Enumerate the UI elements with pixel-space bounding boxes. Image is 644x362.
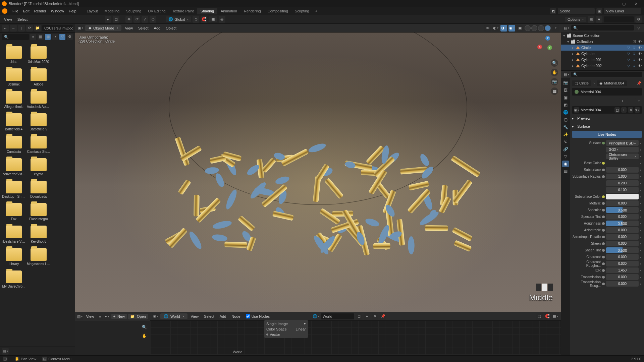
prop-value[interactable]: 0.000 bbox=[606, 214, 639, 220]
prop-value[interactable]: 0.000 bbox=[606, 274, 639, 280]
pivot-icon[interactable]: ⊙ bbox=[193, 16, 199, 23]
img-menu-view[interactable]: View bbox=[84, 314, 96, 318]
image-canvas[interactable]: 🔍 ✋ bbox=[75, 321, 150, 355]
visibility-icon[interactable]: 👁 bbox=[638, 58, 643, 62]
outliner-item[interactable]: ▸Circle▽▽👁 bbox=[561, 45, 644, 51]
node-menu-view[interactable]: View bbox=[189, 314, 201, 318]
node-backdrop-icon[interactable]: ▢ bbox=[536, 313, 543, 320]
folder-item[interactable]: crypto bbox=[27, 156, 50, 176]
scale-gizmo-icon[interactable]: ⤢ bbox=[142, 16, 148, 23]
tab-mesh-icon[interactable]: ▽ bbox=[562, 153, 569, 160]
node-shader-type[interactable]: 🌐 World bbox=[160, 313, 187, 319]
color-swatch[interactable] bbox=[606, 160, 639, 166]
tab-particle-icon[interactable]: ✨ bbox=[562, 131, 569, 138]
modifier-icon[interactable]: ▽ bbox=[627, 52, 631, 56]
overlay-opts-icon[interactable]: ◉ bbox=[508, 25, 515, 32]
tab-render-icon[interactable]: 📷 bbox=[562, 79, 569, 86]
view-list-icon[interactable]: ≡ bbox=[30, 34, 36, 40]
material-dot-icon[interactable]: ▽ bbox=[633, 46, 637, 50]
mat-unlink-icon[interactable]: ✕ bbox=[628, 107, 633, 113]
use-nodes-button[interactable]: Use Nodes bbox=[572, 131, 642, 138]
gizmo-dropdown-icon[interactable]: ◐ bbox=[492, 25, 499, 32]
material-slot[interactable]: Material.004 bbox=[572, 88, 642, 96]
node-menu-node[interactable]: Node bbox=[229, 314, 242, 318]
folder-item[interactable]: Battlefield V bbox=[27, 111, 50, 131]
material-dot-icon[interactable]: ▽ bbox=[633, 52, 637, 56]
node-socket-vector[interactable]: Vector bbox=[265, 332, 307, 337]
folder-item[interactable]: 3ds Max 2020 bbox=[27, 44, 50, 64]
nav-forward-icon[interactable]: → bbox=[10, 25, 17, 32]
pan-icon[interactable]: ✋ bbox=[551, 69, 558, 76]
view-grid-icon[interactable]: ▦ bbox=[45, 34, 51, 40]
mat-copy-icon[interactable]: + bbox=[621, 107, 627, 113]
gizmo-y-icon[interactable]: Y bbox=[547, 45, 552, 50]
toolhdr-select[interactable]: Select bbox=[15, 17, 30, 21]
folder-item[interactable]: 3dsmax bbox=[2, 66, 25, 86]
shade-wireframe-icon[interactable] bbox=[525, 25, 531, 31]
node-option-single[interactable]: Single Image▾ bbox=[265, 321, 307, 326]
slot-remove-icon[interactable]: − bbox=[627, 98, 634, 104]
prop-value[interactable]: 1.000 bbox=[606, 174, 639, 179]
mode-dropdown[interactable]: ◆ Object Mode bbox=[85, 25, 121, 31]
snap-toggle[interactable]: 🧲 bbox=[201, 16, 207, 23]
props-editor-type[interactable]: ▤ bbox=[563, 71, 570, 78]
menu-help[interactable]: Help bbox=[66, 9, 79, 13]
nav-newfolder-icon[interactable]: 📁 bbox=[34, 25, 41, 32]
workspace-tab-scripting[interactable]: Scripting bbox=[291, 8, 313, 14]
folder-item[interactable]: convertedVid... bbox=[2, 156, 25, 176]
visibility-icon[interactable]: 👁 bbox=[638, 70, 643, 70]
vp-menu-select[interactable]: Select bbox=[136, 26, 151, 30]
breadcrumb-object[interactable]: ▢ Circle bbox=[572, 80, 591, 86]
filter-toggle-icon[interactable]: ⚙ bbox=[635, 16, 642, 23]
orientation-dropdown[interactable]: 🌐 Global bbox=[166, 16, 191, 22]
rotate-gizmo-icon[interactable]: ⟳ bbox=[133, 16, 140, 23]
gizmo-z-icon[interactable]: Z bbox=[545, 36, 550, 41]
world-new-icon[interactable]: + bbox=[364, 313, 370, 320]
workspace-tab-texture-paint[interactable]: Texture Paint bbox=[169, 8, 197, 14]
folder-item[interactable]: Battlefield 4 bbox=[2, 111, 25, 131]
nav-gizmo[interactable]: X Y Z bbox=[537, 35, 557, 55]
editor-type-3dview[interactable]: ▣ bbox=[77, 25, 84, 32]
folder-item[interactable]: KeyShot 6 bbox=[27, 224, 50, 243]
workspace-tab-modeling[interactable]: Modeling bbox=[101, 8, 123, 14]
file-search-input[interactable] bbox=[2, 34, 29, 40]
zoom-icon[interactable]: 🔍 bbox=[551, 59, 558, 67]
shade-rendered-icon[interactable] bbox=[545, 25, 551, 31]
node-snap-icon[interactable]: 🧲 bbox=[544, 313, 551, 320]
outliner-item[interactable]: ▸Cylinder.003▽▽👁 bbox=[561, 69, 644, 70]
breadcrumb-material[interactable]: ◉ Material.004 bbox=[597, 80, 627, 86]
prop-slider[interactable]: 0.500 bbox=[606, 247, 639, 253]
prop-value[interactable]: 0.000 bbox=[606, 200, 639, 206]
world-name-field[interactable]: World bbox=[321, 313, 354, 319]
outliner-item[interactable]: ▸Cylinder.002▽▽👁 bbox=[561, 63, 644, 69]
img-new[interactable]: + New bbox=[111, 314, 127, 319]
folder-item[interactable]: Camtasia bbox=[2, 134, 25, 154]
tab-object-icon[interactable]: ▢ bbox=[562, 116, 569, 123]
outliner-type[interactable]: ▤ bbox=[563, 24, 570, 31]
visibility-icon[interactable]: 👁 bbox=[638, 64, 643, 68]
shade-matprev-icon[interactable] bbox=[538, 25, 544, 31]
material-dot-icon[interactable]: ▽ bbox=[633, 58, 637, 62]
transform-gizmo-icon[interactable]: ◇ bbox=[150, 16, 156, 23]
material-datablock[interactable]: ◉ Material.004 ◻ + ✕ ▾ bbox=[572, 106, 642, 114]
img-pan-icon[interactable]: ✋ bbox=[141, 332, 148, 340]
prop-value[interactable]: 0.030 bbox=[606, 261, 639, 266]
viewlayer-icon[interactable]: ▣ bbox=[596, 8, 602, 14]
move-gizmo-icon[interactable]: ✥ bbox=[125, 16, 132, 23]
distribution-dropdown[interactable]: GGX bbox=[606, 147, 639, 153]
modifier-icon[interactable]: ▽ bbox=[627, 46, 631, 50]
folder-item[interactable]: Allegorithmic bbox=[2, 89, 25, 109]
workspace-tab-sculpting[interactable]: Sculpting bbox=[123, 8, 145, 14]
workspace-tab-rendering[interactable]: Rendering bbox=[240, 8, 264, 14]
filter-funnel-icon[interactable]: ▽ bbox=[59, 34, 65, 40]
persp-ortho-icon[interactable]: ▦ bbox=[551, 87, 558, 95]
folder-item[interactable]: Camtasia Stu... bbox=[27, 134, 50, 154]
node-environment-texture[interactable]: Single Image▾ Color SpaceLinear Vector bbox=[264, 320, 308, 338]
tab-output-icon[interactable]: 🖼 bbox=[562, 87, 569, 94]
use-nodes-input[interactable] bbox=[246, 314, 250, 318]
prop-value[interactable]: 0.000 bbox=[606, 241, 639, 246]
tab-scene-icon[interactable]: ◩ bbox=[562, 102, 569, 108]
img-menu-more[interactable]: ≡ bbox=[97, 313, 103, 320]
world-data-icon[interactable]: 🌐 bbox=[313, 313, 319, 320]
tab-constraint-icon[interactable]: 🔗 bbox=[562, 146, 569, 153]
